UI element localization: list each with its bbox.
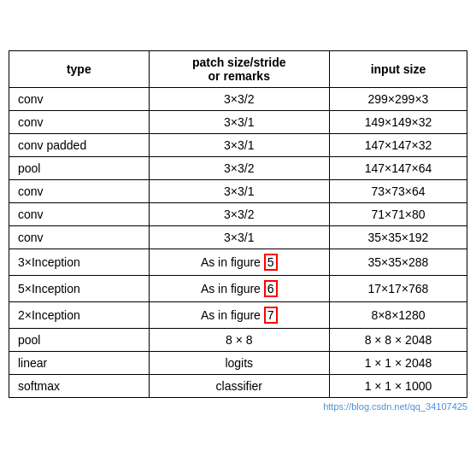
cell-patch: As in figure 7 <box>149 302 329 329</box>
cell-type: conv <box>9 226 150 249</box>
table-row: conv3×3/173×73×64 <box>9 180 467 203</box>
cell-input: 73×73×64 <box>329 180 467 203</box>
cell-patch: classifier <box>149 375 329 398</box>
cell-patch: logits <box>149 352 329 375</box>
cell-type: conv <box>9 111 150 134</box>
cell-input: 71×71×80 <box>329 203 467 226</box>
table-row: 3×InceptionAs in figure 535×35×288 <box>9 249 467 276</box>
cell-type: conv <box>9 88 150 111</box>
col-input: input size <box>329 51 467 88</box>
cell-patch: 3×3/2 <box>149 157 329 180</box>
cell-type: 3×Inception <box>9 249 150 276</box>
cell-type: linear <box>9 352 150 375</box>
highlighted-number: 5 <box>264 254 278 271</box>
cell-input: 8 × 8 × 2048 <box>329 329 467 352</box>
cell-type: conv <box>9 180 150 203</box>
col-type: type <box>9 51 150 88</box>
cell-patch: As in figure 5 <box>149 249 329 276</box>
cell-type: pool <box>9 157 150 180</box>
cell-patch: 3×3/1 <box>149 226 329 249</box>
cell-type: 2×Inception <box>9 302 150 329</box>
cell-patch: 3×3/2 <box>149 203 329 226</box>
table-row: pool8 × 88 × 8 × 2048 <box>9 329 467 352</box>
cell-patch: 3×3/1 <box>149 111 329 134</box>
table-row: linearlogits1 × 1 × 2048 <box>9 352 467 375</box>
cell-type: conv padded <box>9 134 150 157</box>
watermark: https://blog.csdn.net/qq_34107425 <box>9 401 467 412</box>
table-row: 5×InceptionAs in figure 617×17×768 <box>9 276 467 302</box>
table-row: conv3×3/2299×299×3 <box>9 88 467 111</box>
col-patch: patch size/stride or remarks <box>149 51 329 88</box>
table-row: conv3×3/135×35×192 <box>9 226 467 249</box>
table-row: pool3×3/2147×147×64 <box>9 157 467 180</box>
table-row: conv padded3×3/1147×147×32 <box>9 134 467 157</box>
highlighted-number: 6 <box>264 280 278 297</box>
cell-patch: 3×3/1 <box>149 134 329 157</box>
cell-patch: 8 × 8 <box>149 329 329 352</box>
cell-input: 35×35×192 <box>329 226 467 249</box>
table-row: conv3×3/1149×149×32 <box>9 111 467 134</box>
cell-type: 5×Inception <box>9 276 150 302</box>
table-row: conv3×3/271×71×80 <box>9 203 467 226</box>
cell-type: pool <box>9 329 150 352</box>
highlighted-number: 7 <box>264 307 278 324</box>
cell-input: 8×8×1280 <box>329 302 467 329</box>
cell-patch: 3×3/1 <box>149 180 329 203</box>
cell-type: conv <box>9 203 150 226</box>
header-row: type patch size/stride or remarks input … <box>9 51 467 88</box>
table-row: 2×InceptionAs in figure 78×8×1280 <box>9 302 467 329</box>
cell-patch: 3×3/2 <box>149 88 329 111</box>
cell-patch: As in figure 6 <box>149 276 329 302</box>
cell-input: 299×299×3 <box>329 88 467 111</box>
cell-input: 147×147×64 <box>329 157 467 180</box>
architecture-table: type patch size/stride or remarks input … <box>9 50 467 398</box>
cell-input: 1 × 1 × 2048 <box>329 352 467 375</box>
cell-input: 1 × 1 × 1000 <box>329 375 467 398</box>
table-row: softmaxclassifier1 × 1 × 1000 <box>9 375 467 398</box>
cell-input: 147×147×32 <box>329 134 467 157</box>
cell-input: 17×17×768 <box>329 276 467 302</box>
cell-type: softmax <box>9 375 150 398</box>
cell-input: 149×149×32 <box>329 111 467 134</box>
cell-input: 35×35×288 <box>329 249 467 276</box>
table-container: type patch size/stride or remarks input … <box>9 50 467 412</box>
